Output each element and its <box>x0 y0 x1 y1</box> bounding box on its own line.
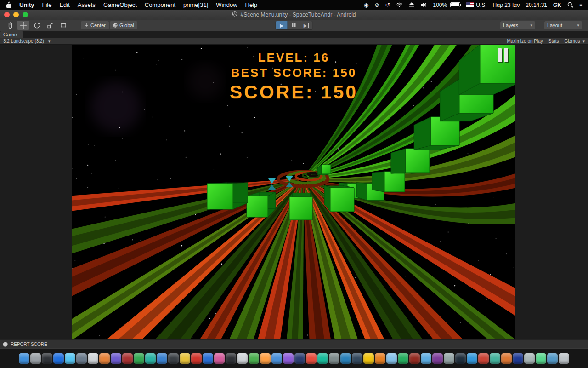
dock-icon-30[interactable] <box>352 353 362 364</box>
tab-game[interactable]: Game <box>0 31 23 38</box>
dock-icon-46[interactable] <box>536 353 546 364</box>
battery-indicator[interactable]: 100% <box>433 2 461 8</box>
menu-item-gameobject[interactable]: GameObject <box>103 1 137 8</box>
aspect-dropdown[interactable]: 3:2 Landscape (3:2) ▾ <box>3 39 50 44</box>
dock-icon-15[interactable] <box>180 353 190 364</box>
dock-icon-2[interactable] <box>30 353 41 364</box>
dock-icon-19[interactable] <box>226 353 236 364</box>
input-source[interactable]: U.S. <box>466 2 486 8</box>
menu-item-unity[interactable]: Unity <box>19 1 34 8</box>
window-title-bar: #Scene Menu.unity - SpaceTubeAndr - Andr… <box>0 10 588 20</box>
dock-icon-14[interactable] <box>168 353 179 364</box>
dock-icon-27[interactable] <box>317 353 328 364</box>
dock-icon-17[interactable] <box>203 353 213 364</box>
apple-menu-icon[interactable] <box>6 1 11 8</box>
move-tool-icon[interactable] <box>17 21 29 30</box>
dock-icon-10[interactable] <box>122 353 133 364</box>
dock-icon-16[interactable] <box>191 353 202 364</box>
dock-icon-18[interactable] <box>214 353 225 364</box>
unity-status-bar[interactable]: REPORT SCORE <box>0 339 588 349</box>
dock-icon-34[interactable] <box>398 353 408 364</box>
hand-tool-icon[interactable] <box>4 21 16 30</box>
dock-icon-22[interactable] <box>260 353 271 364</box>
dock-icon-1[interactable] <box>19 353 29 364</box>
menu-item-window[interactable]: Window <box>216 1 237 8</box>
menu-item-help[interactable]: Help <box>245 1 258 8</box>
menu-date[interactable]: Παρ 23 Ιαν <box>493 2 520 8</box>
dock-icon-4[interactable] <box>53 353 64 364</box>
wifi-icon[interactable] <box>396 2 403 7</box>
dock-icon-29[interactable] <box>340 353 351 364</box>
minimize-window-button[interactable] <box>13 12 19 17</box>
pause-button[interactable] <box>288 21 300 30</box>
game-viewport[interactable]: LEVEL: 16 BEST SCORE: 150 SCORE: 150 <box>72 45 515 339</box>
eject-icon[interactable] <box>409 2 414 7</box>
spotlight-icon[interactable] <box>567 2 573 8</box>
dock-icon-47[interactable] <box>547 353 558 364</box>
dock-icon-11[interactable] <box>134 353 144 364</box>
dock-icon-20[interactable] <box>237 353 248 364</box>
menu-time[interactable]: 20:14:31 <box>526 2 547 8</box>
game-pause-button[interactable] <box>498 48 508 62</box>
dock-icon-35[interactable] <box>409 353 420 364</box>
dock-icon-12[interactable] <box>145 353 156 364</box>
step-button[interactable]: ▶ <box>300 21 313 30</box>
gizmos-dropdown[interactable]: Gizmos▾ <box>565 39 585 44</box>
play-button[interactable]: ▶ <box>276 21 288 30</box>
dock-icon-37[interactable] <box>432 353 443 364</box>
dock-icon-26[interactable] <box>306 353 317 364</box>
dock-icon-7[interactable] <box>88 353 98 364</box>
dock-icon-9[interactable] <box>111 353 121 364</box>
menu-item-assets[interactable]: Assets <box>78 1 96 8</box>
dock-icon-31[interactable] <box>363 353 374 364</box>
status-disabled-icon[interactable]: ⊘ <box>374 2 379 8</box>
dock-icon-33[interactable] <box>386 353 397 364</box>
dock-icon-42[interactable] <box>490 353 500 364</box>
layers-dropdown[interactable]: Layers ▾ <box>500 21 535 29</box>
pivot-center-button[interactable]: Center <box>81 21 109 29</box>
status-circle-icon[interactable]: ◉ <box>364 2 368 8</box>
close-window-button[interactable] <box>4 12 10 17</box>
rotate-tool-icon[interactable] <box>30 21 43 30</box>
dock-icon-13[interactable] <box>157 353 167 364</box>
chevron-down-icon: ▾ <box>582 39 585 44</box>
dock-icon-39[interactable] <box>455 353 466 364</box>
dock-icon-21[interactable] <box>249 353 259 364</box>
menu-item-component[interactable]: Component <box>145 1 175 8</box>
fast-user-switch[interactable]: GK <box>553 2 561 8</box>
rect-tool-icon[interactable] <box>57 21 69 30</box>
pivot-global-button[interactable]: Global <box>110 21 137 29</box>
dock-icon-23[interactable] <box>271 353 282 364</box>
dock-icon-24[interactable] <box>283 353 294 364</box>
dock-icon-38[interactable] <box>444 353 454 364</box>
dock-icon-45[interactable] <box>524 353 535 364</box>
scale-tool-icon[interactable] <box>44 21 56 30</box>
dock-icon-43[interactable] <box>501 353 512 364</box>
dock-icon-3[interactable] <box>42 353 52 364</box>
maximize-on-play-toggle[interactable]: Maximize on Play <box>507 39 543 44</box>
dock-icon-48[interactable] <box>559 353 569 364</box>
dock-icon-8[interactable] <box>99 353 110 364</box>
menu-item-prime31[interactable]: prime[31] <box>183 1 208 8</box>
hud-score: SCORE: 150 <box>72 80 515 104</box>
time-machine-icon[interactable]: ↺ <box>385 2 390 8</box>
layout-dropdown[interactable]: Layout ▾ <box>544 21 582 29</box>
dock-icon-32[interactable] <box>375 353 385 364</box>
console-log-icon <box>3 342 8 347</box>
stats-toggle[interactable]: Stats <box>548 39 559 44</box>
dock-icon-44[interactable] <box>513 353 523 364</box>
chevron-down-icon: ▾ <box>530 23 532 28</box>
menu-item-file[interactable]: File <box>42 1 52 8</box>
dock-icon-5[interactable] <box>65 353 75 364</box>
dock-icon-6[interactable] <box>76 353 87 364</box>
dock-icon-36[interactable] <box>421 353 431 364</box>
notification-center-icon[interactable]: ≡ <box>579 2 582 8</box>
menu-item-edit[interactable]: Edit <box>59 1 69 8</box>
dock-icon-25[interactable] <box>294 353 305 364</box>
dock-icon-41[interactable] <box>478 353 489 364</box>
dock-icon-40[interactable] <box>467 353 477 364</box>
dock-icon-28[interactable] <box>329 353 339 364</box>
play-controls: ▶ ▶ <box>276 21 313 30</box>
volume-icon[interactable] <box>420 2 427 7</box>
zoom-window-button[interactable] <box>23 12 28 17</box>
